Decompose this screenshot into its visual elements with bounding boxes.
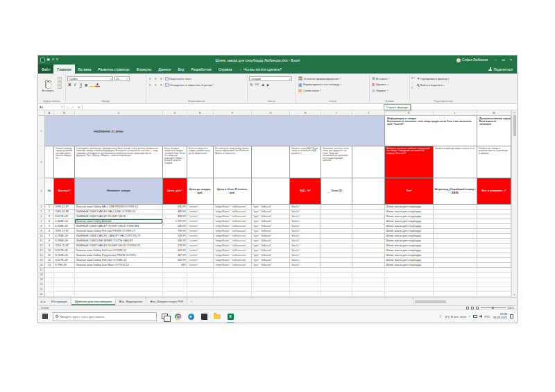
tab-developer[interactable]: Разработчик — [187, 65, 214, 74]
cell-M17[interactable] — [477, 268, 511, 273]
scroll-down-icon[interactable]: ▼ — [513, 293, 515, 297]
cell-L10[interactable] — [434, 234, 477, 239]
cell-C17[interactable] — [75, 268, 163, 273]
cell-H19[interactable] — [290, 278, 321, 282]
cell-I19[interactable] — [321, 278, 352, 282]
cell-I13[interactable] — [321, 248, 352, 253]
number-format-select[interactable]: Общий ▾ — [249, 76, 292, 81]
cell-F21[interactable] — [214, 287, 252, 292]
percent-style-button[interactable]: % — [249, 83, 254, 87]
merge-center-button[interactable]: Объединить и поместить в центре ▾ — [164, 83, 215, 87]
row-header-22[interactable]: 22 — [38, 292, 45, 297]
cell-L17[interactable] — [434, 268, 477, 273]
find-select-button[interactable]: Найти и выделить ▾ — [416, 83, 450, 87]
format-painter-icon[interactable] — [58, 85, 62, 89]
cell-H18[interactable] — [290, 273, 321, 278]
cell-M15[interactable] — [477, 258, 511, 263]
cell-D15[interactable]: 649,99 — [163, 258, 187, 263]
cell-H17[interactable] — [290, 268, 321, 273]
cell-I9[interactable] — [321, 229, 352, 234]
cell-H16[interactable]: "blocks": — [290, 263, 321, 268]
cell-F15[interactable]: "widgetName": "raShowcase", — [214, 258, 252, 263]
cell-F19[interactable] — [214, 278, 252, 282]
cell-K13[interactable]: Шлем, маска для сноуборда — [385, 248, 434, 253]
row-header-16[interactable]: 16 — [38, 263, 45, 268]
row-header-4[interactable]: 4 — [38, 205, 45, 210]
cell-L14[interactable] — [434, 253, 477, 258]
cell-G6[interactable]: "type": "billboard", — [252, 214, 290, 219]
cell-J8[interactable] — [352, 224, 385, 229]
cell-J3[interactable] — [352, 178, 385, 205]
cell-I10[interactable] — [321, 234, 352, 239]
cell-H6[interactable]: "blocks": — [290, 214, 321, 219]
vertical-scrollbar[interactable]: ▲ ▼ — [511, 110, 517, 297]
cell-I20[interactable] — [321, 282, 352, 287]
column-header-I[interactable]: I — [321, 110, 352, 116]
cell-M14[interactable] — [477, 253, 511, 258]
row-header-12[interactable]: 12 — [38, 244, 45, 248]
cell-L6[interactable] — [434, 214, 477, 219]
cell-G7[interactable]: "type": "billboard", — [252, 219, 290, 224]
column-header-F[interactable]: F — [214, 110, 252, 116]
row-header-14[interactable]: 14 — [38, 253, 45, 258]
cell-D17[interactable] — [163, 268, 187, 273]
cell-I3[interactable]: Ozon ID — [321, 178, 352, 205]
cell-J2[interactable] — [352, 146, 385, 178]
tab-data[interactable]: Данные — [155, 65, 174, 74]
row-header-8[interactable]: 8 — [38, 224, 45, 229]
cell-A9[interactable]: 6 — [45, 229, 54, 234]
cell-G12[interactable]: "type": "billboard", — [252, 244, 290, 248]
scroll-up-icon[interactable]: ▲ — [513, 110, 515, 114]
cell-F2[interactable]: По этой цене товар смогут купить только … — [214, 146, 252, 178]
align-left-icon[interactable]: ≡ — [148, 83, 153, 87]
cell-A6[interactable]: 3 — [45, 214, 54, 219]
cell-styles-button[interactable]: ▨ Стили ячеек ▾ — [298, 87, 342, 93]
cell-K10[interactable]: Шлем, маска для сноуборда — [385, 234, 434, 239]
cell-H15[interactable]: "blocks": — [290, 258, 321, 263]
cell-A3[interactable]: № — [45, 178, 54, 205]
taskbar-app-terminal[interactable] — [198, 310, 210, 323]
cell-E3[interactable]: Цена до скидки, руб. — [187, 178, 214, 205]
cell-J22[interactable] — [352, 292, 385, 297]
row-header-18[interactable]: 18 — [38, 273, 45, 278]
cell-D20[interactable] — [163, 282, 187, 287]
horizontal-scroll-thumb[interactable] — [415, 300, 446, 303]
row-header-10[interactable]: 10 — [38, 234, 45, 239]
cell-C18[interactable] — [75, 273, 163, 278]
cell-E5[interactable]: "content"; — [187, 210, 214, 214]
cell-F5[interactable]: "widgetName": "raShowcase", — [214, 210, 252, 214]
cell-F4[interactable]: "widgetName": "raShowcase", — [214, 205, 252, 210]
cell-J14[interactable] — [352, 253, 385, 258]
cell-A8[interactable]: 5 — [45, 224, 54, 229]
cell-G11[interactable]: "type": "billboard", — [252, 239, 290, 244]
cell-A20[interactable] — [45, 282, 54, 287]
cell-G17[interactable] — [252, 268, 290, 273]
cell-K17[interactable] — [385, 268, 434, 273]
tab-formulas[interactable]: Формулы — [133, 65, 155, 74]
font-color-button[interactable]: А — [95, 83, 100, 87]
cell-E11[interactable]: "content"; — [187, 239, 214, 244]
normal-view-icon[interactable] — [466, 307, 469, 309]
cell-J5[interactable] — [352, 210, 385, 214]
sheet-tab-3[interactable]: Атр. Документация PDF — [146, 298, 187, 305]
row-header-7[interactable]: 7 — [38, 219, 45, 224]
cell-B11[interactable]: 8,786E+09 — [54, 239, 75, 244]
comma-style-button[interactable]: 000 — [255, 83, 259, 87]
cell-L2[interactable]: Укажите штрихкод товара, если он есть — [434, 146, 477, 178]
column-header-K[interactable]: K — [385, 110, 434, 116]
cell-G19[interactable] — [252, 278, 290, 282]
column-header-M[interactable]: M — [477, 110, 511, 116]
cell-L20[interactable] — [434, 282, 477, 287]
cell-C14[interactable]: Лыжные очки Oakley Progression PRIZM OO7… — [75, 253, 163, 258]
fill-button[interactable]: ↓ — [411, 80, 415, 85]
cell-M4[interactable] — [477, 205, 511, 210]
cell-M7[interactable] — [477, 219, 511, 224]
autosum-button[interactable]: Σ▾ — [411, 76, 415, 80]
row-header-19[interactable]: 19 — [38, 278, 45, 282]
cell-D14[interactable]: 487,99 — [163, 253, 187, 258]
cell-A14[interactable]: 11 — [45, 253, 54, 258]
cell-C22[interactable] — [75, 292, 163, 297]
cell-B15[interactable]: 6,617E+09 — [54, 258, 75, 263]
cell-C21[interactable] — [75, 287, 163, 292]
cell-C12[interactable]: ЛЫЖНЫЕ ОЧКИ OAKLEY FLIGHT DECK OO7050-75 — [75, 244, 163, 248]
